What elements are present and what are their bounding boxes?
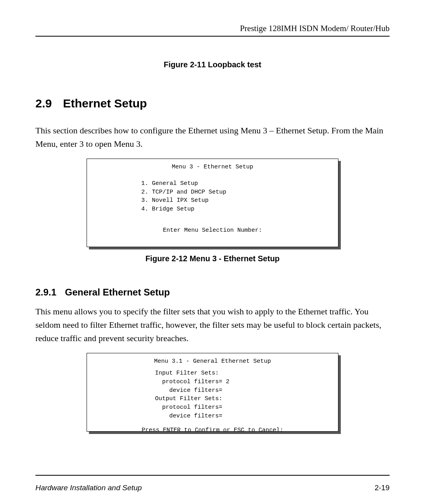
figure-2-12-caption: Figure 2-12 Menu 3 - Ethernet Setup: [35, 254, 390, 263]
terminal-prompt: Press ENTER to Confirm or ESC to Cancel:: [94, 421, 331, 432]
terminal-box: Menu 3 - Ethernet Setup 1. General Setup…: [87, 159, 338, 247]
section-title: Ethernet Setup: [63, 97, 147, 110]
menu-item: 2. TCP/IP and DHCP Setup: [141, 188, 331, 197]
section-2-9-1-body: This menu allows you to specify the filt…: [35, 305, 390, 345]
section-2-9-body: This section describes how to configure …: [35, 124, 390, 151]
terminal-title: Menu 3 - Ethernet Setup: [94, 163, 331, 172]
terminal-title: Menu 3.1 - General Ethernet Setup: [94, 357, 331, 366]
terminal-menu-3: Menu 3 - Ethernet Setup 1. General Setup…: [87, 159, 338, 247]
footer-rule: [35, 475, 390, 476]
terminal-menu-3-1: Menu 3.1 - General Ethernet Setup Input …: [87, 353, 338, 432]
terminal-box: Menu 3.1 - General Ethernet Setup Input …: [87, 353, 338, 432]
header-rule: [35, 36, 390, 37]
subsection-title: General Ethernet Setup: [65, 287, 170, 297]
menu-item: 1. General Setup: [141, 179, 331, 188]
terminal-filter-lines: Input Filter Sets: protocol filters= 2 d…: [94, 366, 331, 421]
section-2-9-heading: 2.9Ethernet Setup: [35, 97, 390, 110]
terminal-prompt: Enter Menu Selection Number:: [94, 214, 331, 235]
menu-item: 4. Bridge Setup: [141, 205, 331, 214]
section-number: 2.9: [35, 97, 63, 110]
subsection-number: 2.9.1: [35, 287, 65, 298]
footer-page-number: 2-19: [375, 484, 390, 492]
section-2-9-1-heading: 2.9.1General Ethernet Setup: [35, 287, 390, 298]
page: Prestige 128IMH ISDN Modem/ Router/Hub F…: [0, 0, 425, 504]
footer-left: Hardware Installation and Setup: [35, 484, 142, 492]
terminal-menu-items: 1. General Setup 2. TCP/IP and DHCP Setu…: [94, 172, 331, 214]
running-footer: Hardware Installation and Setup 2-19: [35, 484, 390, 492]
figure-2-11-caption: Figure 2-11 Loopback test: [35, 60, 390, 69]
running-header: Prestige 128IMH ISDN Modem/ Router/Hub: [35, 24, 390, 33]
menu-item: 3. Novell IPX Setup: [141, 196, 331, 205]
